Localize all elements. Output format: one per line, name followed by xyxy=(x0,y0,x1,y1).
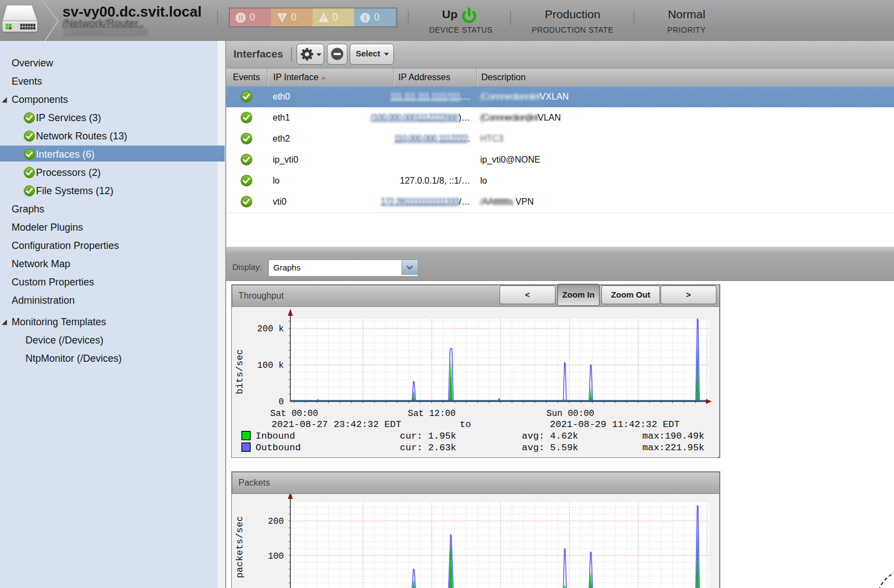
svg-text:!: ! xyxy=(281,13,283,21)
svg-text:cur: 2.63k: cur: 2.63k xyxy=(400,443,456,453)
svg-text:2021-08-29 11:42:32 EDT: 2021-08-29 11:42:32 EDT xyxy=(550,419,680,430)
svg-text:100 k: 100 k xyxy=(257,361,284,371)
svg-text:Inbound: Inbound xyxy=(256,431,295,441)
svg-text:cur: 1.95k: cur: 1.95k xyxy=(400,431,456,441)
svg-text:100: 100 xyxy=(268,551,284,561)
svg-text:Sat 12:00: Sat 12:00 xyxy=(408,409,455,419)
svg-text:packets/sec: packets/sec xyxy=(235,516,245,578)
svg-text:max:190.49k: max:190.49k xyxy=(642,431,704,441)
svg-text:!!: !! xyxy=(238,14,243,22)
svg-text:Outbound: Outbound xyxy=(256,443,301,453)
svg-text:i: i xyxy=(364,14,366,22)
svg-text:2021-08-27 23:42:32 EDT: 2021-08-27 23:42:32 EDT xyxy=(272,419,402,430)
svg-text:Sun 00:00: Sun 00:00 xyxy=(547,409,594,419)
svg-text:avg: 5.59k: avg: 5.59k xyxy=(522,443,578,453)
svg-text:max:221.95k: max:221.95k xyxy=(642,443,704,453)
svg-text:to: to xyxy=(460,419,471,430)
svg-text:200 k: 200 k xyxy=(257,324,284,334)
svg-text:!: ! xyxy=(323,15,325,23)
svg-text:200: 200 xyxy=(268,517,284,527)
svg-text:avg: 4.62k: avg: 4.62k xyxy=(522,431,578,441)
svg-text:0: 0 xyxy=(278,397,284,407)
svg-text:bits/sec: bits/sec xyxy=(235,349,245,394)
svg-text:Sat 00:00: Sat 00:00 xyxy=(271,409,318,419)
